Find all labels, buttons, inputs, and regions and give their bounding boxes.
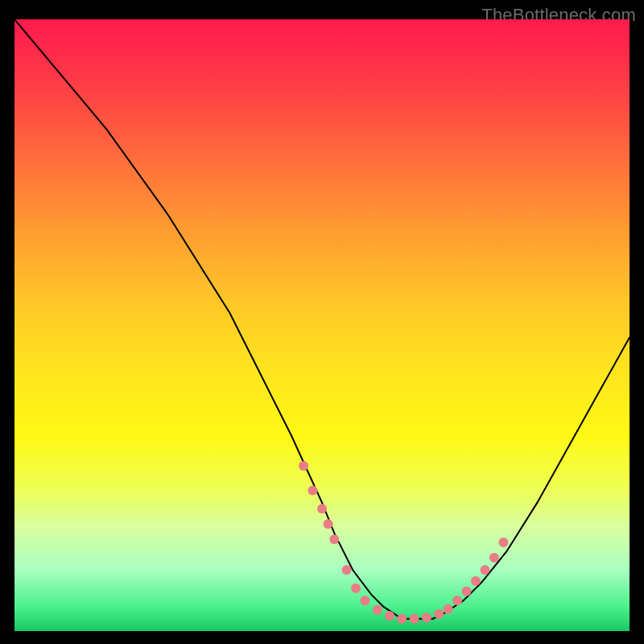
plot-area xyxy=(14,19,630,631)
chart-stage: TheBottleneck.com xyxy=(0,0,644,644)
